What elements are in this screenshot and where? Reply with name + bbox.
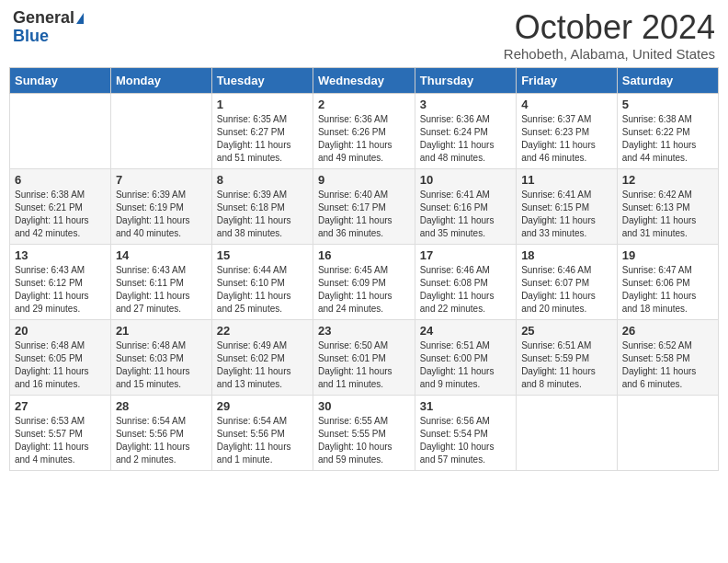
calendar-cell: 12Sunrise: 6:42 AMSunset: 6:13 PMDayligh…	[617, 168, 718, 244]
day-info: Sunrise: 6:39 AMSunset: 6:18 PMDaylight:…	[217, 189, 308, 240]
calendar-cell: 30Sunrise: 6:55 AMSunset: 5:55 PMDayligh…	[313, 395, 415, 470]
calendar-cell: 10Sunrise: 6:41 AMSunset: 6:16 PMDayligh…	[415, 168, 516, 244]
calendar-cell: 19Sunrise: 6:47 AMSunset: 6:06 PMDayligh…	[617, 244, 718, 319]
day-number: 7	[116, 173, 207, 187]
calendar-cell: 20Sunrise: 6:48 AMSunset: 6:05 PMDayligh…	[10, 319, 111, 395]
day-info: Sunrise: 6:38 AMSunset: 6:22 PMDaylight:…	[622, 113, 713, 165]
subtitle: Rehobeth, Alabama, United States	[504, 46, 715, 62]
day-info: Sunrise: 6:49 AMSunset: 6:02 PMDaylight:…	[217, 339, 308, 391]
day-info: Sunrise: 6:41 AMSunset: 6:15 PMDaylight:…	[521, 189, 612, 240]
calendar-cell	[110, 93, 211, 168]
day-number: 16	[318, 248, 410, 262]
calendar-day-header: Friday	[517, 67, 618, 93]
calendar-cell: 16Sunrise: 6:45 AMSunset: 6:09 PMDayligh…	[313, 244, 415, 319]
calendar-cell: 29Sunrise: 6:54 AMSunset: 5:56 PMDayligh…	[211, 395, 313, 470]
calendar-day-header: Thursday	[415, 67, 516, 93]
day-number: 24	[420, 324, 511, 338]
day-info: Sunrise: 6:47 AMSunset: 6:06 PMDaylight:…	[622, 264, 713, 316]
day-number: 22	[217, 324, 308, 338]
day-number: 25	[521, 324, 612, 338]
calendar-cell	[617, 395, 718, 470]
day-info: Sunrise: 6:40 AMSunset: 6:17 PMDaylight:…	[318, 189, 410, 240]
calendar-table: SundayMondayTuesdayWednesdayThursdayFrid…	[9, 67, 719, 471]
day-info: Sunrise: 6:51 AMSunset: 5:59 PMDaylight:…	[521, 339, 612, 391]
day-info: Sunrise: 6:42 AMSunset: 6:13 PMDaylight:…	[622, 189, 713, 240]
calendar-cell: 23Sunrise: 6:50 AMSunset: 6:01 PMDayligh…	[313, 319, 415, 395]
calendar-week-row: 6Sunrise: 6:38 AMSunset: 6:21 PMDaylight…	[10, 168, 719, 244]
day-info: Sunrise: 6:51 AMSunset: 6:00 PMDaylight:…	[420, 339, 511, 391]
day-number: 6	[15, 173, 106, 187]
calendar-cell: 2Sunrise: 6:36 AMSunset: 6:26 PMDaylight…	[313, 93, 415, 168]
day-number: 29	[217, 399, 308, 413]
day-info: Sunrise: 6:44 AMSunset: 6:10 PMDaylight:…	[217, 264, 308, 316]
day-info: Sunrise: 6:36 AMSunset: 6:24 PMDaylight:…	[420, 113, 511, 165]
calendar-day-header: Saturday	[617, 67, 718, 93]
calendar-cell: 26Sunrise: 6:52 AMSunset: 5:58 PMDayligh…	[617, 319, 718, 395]
day-number: 30	[318, 399, 410, 413]
title-section: October 2024 Rehobeth, Alabama, United S…	[504, 9, 715, 62]
calendar-cell: 21Sunrise: 6:48 AMSunset: 6:03 PMDayligh…	[110, 319, 211, 395]
day-info: Sunrise: 6:54 AMSunset: 5:56 PMDaylight:…	[116, 415, 207, 466]
day-number: 9	[318, 173, 410, 187]
day-number: 11	[521, 173, 612, 187]
day-number: 17	[420, 248, 511, 262]
calendar-cell: 27Sunrise: 6:53 AMSunset: 5:57 PMDayligh…	[10, 395, 111, 470]
calendar-cell: 18Sunrise: 6:46 AMSunset: 6:07 PMDayligh…	[517, 244, 618, 319]
calendar-day-header: Wednesday	[313, 67, 415, 93]
calendar-week-row: 20Sunrise: 6:48 AMSunset: 6:05 PMDayligh…	[10, 319, 719, 395]
day-number: 18	[521, 248, 612, 262]
day-info: Sunrise: 6:53 AMSunset: 5:57 PMDaylight:…	[15, 415, 106, 466]
day-info: Sunrise: 6:48 AMSunset: 6:05 PMDaylight:…	[15, 339, 106, 391]
calendar-cell: 9Sunrise: 6:40 AMSunset: 6:17 PMDaylight…	[313, 168, 415, 244]
calendar-cell: 25Sunrise: 6:51 AMSunset: 5:59 PMDayligh…	[517, 319, 618, 395]
calendar-cell: 3Sunrise: 6:36 AMSunset: 6:24 PMDaylight…	[415, 93, 516, 168]
day-info: Sunrise: 6:39 AMSunset: 6:19 PMDaylight:…	[116, 189, 207, 240]
day-info: Sunrise: 6:54 AMSunset: 5:56 PMDaylight:…	[217, 415, 308, 466]
day-info: Sunrise: 6:36 AMSunset: 6:26 PMDaylight:…	[318, 113, 410, 165]
logo-icon	[76, 13, 84, 24]
day-info: Sunrise: 6:52 AMSunset: 5:58 PMDaylight:…	[622, 339, 713, 391]
calendar-cell: 11Sunrise: 6:41 AMSunset: 6:15 PMDayligh…	[517, 168, 618, 244]
day-number: 5	[622, 98, 713, 111]
day-number: 20	[15, 324, 106, 338]
calendar-cell: 28Sunrise: 6:54 AMSunset: 5:56 PMDayligh…	[110, 395, 211, 470]
day-info: Sunrise: 6:50 AMSunset: 6:01 PMDaylight:…	[318, 339, 410, 391]
calendar-week-row: 13Sunrise: 6:43 AMSunset: 6:12 PMDayligh…	[10, 244, 719, 319]
day-info: Sunrise: 6:37 AMSunset: 6:23 PMDaylight:…	[521, 113, 612, 165]
calendar-cell: 13Sunrise: 6:43 AMSunset: 6:12 PMDayligh…	[10, 244, 111, 319]
day-info: Sunrise: 6:46 AMSunset: 6:07 PMDaylight:…	[521, 264, 612, 316]
day-info: Sunrise: 6:35 AMSunset: 6:27 PMDaylight:…	[217, 113, 308, 165]
day-number: 13	[15, 248, 106, 262]
day-number: 21	[116, 324, 207, 338]
day-number: 4	[521, 98, 612, 111]
calendar-cell: 22Sunrise: 6:49 AMSunset: 6:02 PMDayligh…	[211, 319, 313, 395]
day-info: Sunrise: 6:41 AMSunset: 6:16 PMDaylight:…	[420, 189, 511, 240]
calendar-day-header: Sunday	[10, 67, 111, 93]
calendar-cell: 24Sunrise: 6:51 AMSunset: 6:00 PMDayligh…	[415, 319, 516, 395]
calendar-cell: 17Sunrise: 6:46 AMSunset: 6:08 PMDayligh…	[415, 244, 516, 319]
calendar-day-header: Monday	[110, 67, 211, 93]
calendar-cell: 5Sunrise: 6:38 AMSunset: 6:22 PMDaylight…	[617, 93, 718, 168]
page-header: General Blue October 2024 Rehobeth, Alab…	[9, 9, 719, 62]
day-info: Sunrise: 6:38 AMSunset: 6:21 PMDaylight:…	[15, 189, 106, 240]
day-number: 23	[318, 324, 410, 338]
day-number: 10	[420, 173, 511, 187]
calendar-cell: 14Sunrise: 6:43 AMSunset: 6:11 PMDayligh…	[110, 244, 211, 319]
calendar-day-header: Tuesday	[211, 67, 313, 93]
day-number: 8	[217, 173, 308, 187]
day-info: Sunrise: 6:45 AMSunset: 6:09 PMDaylight:…	[318, 264, 410, 316]
day-number: 2	[318, 98, 410, 111]
calendar-cell: 15Sunrise: 6:44 AMSunset: 6:10 PMDayligh…	[211, 244, 313, 319]
calendar-week-row: 27Sunrise: 6:53 AMSunset: 5:57 PMDayligh…	[10, 395, 719, 470]
day-number: 28	[116, 399, 207, 413]
day-number: 12	[622, 173, 713, 187]
calendar-cell: 6Sunrise: 6:38 AMSunset: 6:21 PMDaylight…	[10, 168, 111, 244]
calendar-cell	[517, 395, 618, 470]
day-info: Sunrise: 6:48 AMSunset: 6:03 PMDaylight:…	[116, 339, 207, 391]
day-info: Sunrise: 6:43 AMSunset: 6:11 PMDaylight:…	[116, 264, 207, 316]
calendar-week-row: 1Sunrise: 6:35 AMSunset: 6:27 PMDaylight…	[10, 93, 719, 168]
day-info: Sunrise: 6:46 AMSunset: 6:08 PMDaylight:…	[420, 264, 511, 316]
logo-blue-text: Blue	[13, 28, 49, 46]
day-info: Sunrise: 6:56 AMSunset: 5:54 PMDaylight:…	[420, 415, 511, 466]
calendar-cell: 31Sunrise: 6:56 AMSunset: 5:54 PMDayligh…	[415, 395, 516, 470]
